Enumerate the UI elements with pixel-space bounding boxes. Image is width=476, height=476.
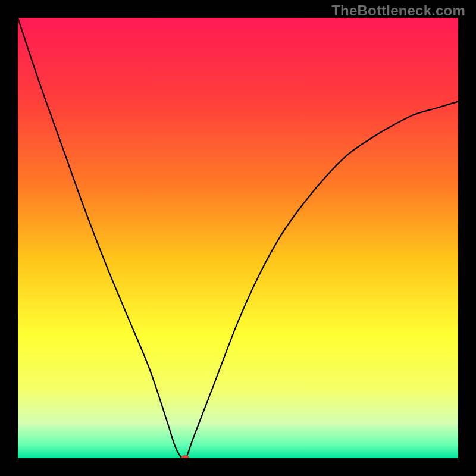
- plot-area: [18, 18, 458, 458]
- gradient-background: [18, 18, 458, 458]
- chart-frame: TheBottleneck.com: [0, 0, 476, 476]
- watermark-text: TheBottleneck.com: [331, 2, 465, 19]
- chart-svg: [18, 18, 458, 458]
